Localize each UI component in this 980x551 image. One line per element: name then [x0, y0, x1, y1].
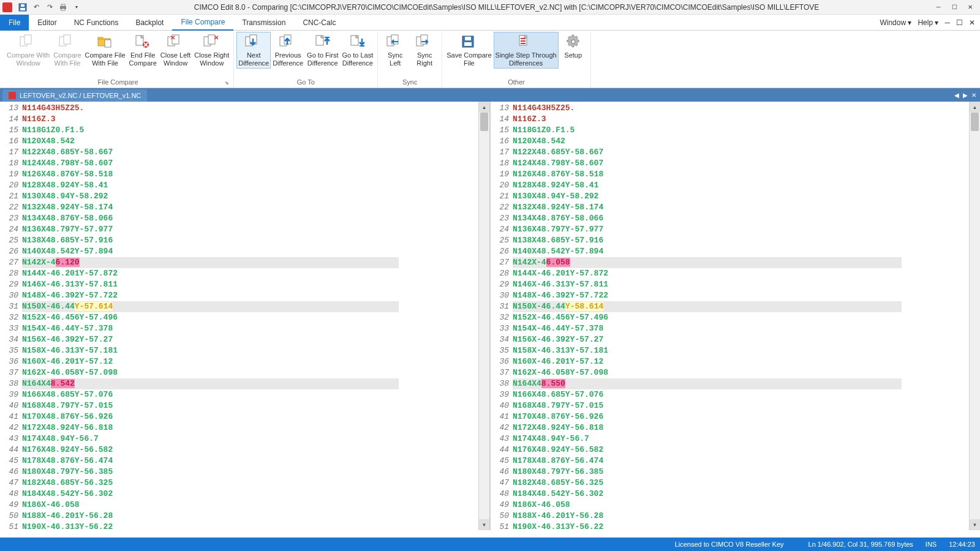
code-line[interactable]: N118G1Z0.F1.5 — [513, 125, 902, 136]
help-menu[interactable]: Help ▾ — [915, 18, 941, 27]
code-line[interactable]: N128X48.924Y-58.41 — [22, 180, 399, 191]
code-line[interactable]: N164X48.542 — [22, 378, 399, 389]
code-line[interactable]: N132X48.924Y-58.174 — [513, 202, 902, 213]
tab-transmission[interactable]: Transmission — [233, 15, 294, 31]
tab-prev-icon[interactable]: ◀ — [953, 92, 960, 99]
scroll-up-icon[interactable]: ▲ — [479, 102, 489, 113]
code-line[interactable]: N176X48.924Y-56.582 — [513, 444, 902, 455]
code-line[interactable]: N182X48.685Y-56.325 — [513, 478, 902, 489]
close-right-window-button[interactable]: ✕Close RightWindow — [192, 32, 231, 69]
code-line[interactable]: N166X48.685Y-57.076 — [513, 389, 902, 400]
code-line[interactable]: N160X-46.201Y-57.12 — [513, 356, 902, 367]
print-icon[interactable] — [58, 2, 69, 13]
save-icon[interactable] — [17, 2, 28, 13]
sync-left-button[interactable]: SyncLeft — [380, 32, 410, 69]
tab-close-icon[interactable]: ✕ — [970, 92, 978, 99]
code-line[interactable]: N128X48.924Y-58.41 — [513, 180, 902, 191]
code-line[interactable]: N174X48.94Y-56.7 — [22, 433, 399, 444]
tab-backplot[interactable]: Backplot — [127, 15, 172, 31]
code-line[interactable]: N148X-46.392Y-57.722 — [22, 290, 399, 301]
code-line[interactable]: N162X-46.058Y-57.098 — [513, 367, 902, 378]
scrollbar-left[interactable]: ▲ ▼ — [478, 102, 489, 530]
code-line[interactable]: N156X-46.392Y-57.27 — [22, 334, 399, 345]
code-line[interactable]: N134X48.876Y-58.066 — [22, 213, 399, 224]
code-line[interactable]: N124X48.798Y-58.607 — [22, 158, 399, 169]
scroll-down-icon[interactable]: ▼ — [479, 519, 489, 530]
ribbon-close-icon[interactable]: ✕ — [967, 18, 978, 27]
code-line[interactable]: N152X-46.456Y-57.496 — [22, 312, 399, 323]
code-line[interactable]: N188X-46.201Y-56.28 — [22, 511, 399, 522]
code-line[interactable]: N118G1Z0.F1.5 — [22, 125, 399, 136]
undo-icon[interactable]: ↶ — [31, 2, 42, 13]
code-right[interactable]: N114G43H5Z25.N116Z.3N118G1Z0.F1.5N120X48… — [513, 102, 902, 530]
code-line[interactable]: N186X-46.058 — [22, 500, 399, 511]
code-line[interactable]: N160X-46.201Y-57.12 — [22, 356, 399, 367]
code-line[interactable]: N168X48.797Y-57.015 — [22, 400, 399, 411]
code-line[interactable]: N166X48.685Y-57.076 — [22, 389, 399, 400]
code-line[interactable]: N120X48.542 — [22, 136, 399, 147]
scroll-down-icon[interactable]: ▼ — [970, 519, 980, 530]
go-to-first-difference-button[interactable]: Go to FirstDifference — [305, 32, 340, 69]
code-line[interactable]: N146X-46.313Y-57.811 — [513, 279, 902, 290]
code-line[interactable]: N158X-46.313Y-57.181 — [22, 345, 399, 356]
code-line[interactable]: N168X48.797Y-57.015 — [513, 400, 902, 411]
code-line[interactable]: N140X48.542Y-57.894 — [22, 246, 399, 257]
code-line[interactable]: N130X48.94Y-58.292 — [22, 191, 399, 202]
code-line[interactable]: N144X-46.201Y-57.872 — [513, 268, 902, 279]
document-tab[interactable]: LEFTOVER_v2.NC / LEFTOVER_v1.NC — [2, 89, 147, 102]
qat-dropdown-icon[interactable]: ▾ — [71, 2, 82, 13]
code-line[interactable]: N180X48.797Y-56.385 — [22, 467, 399, 478]
window-menu[interactable]: Window ▾ — [877, 18, 914, 27]
code-line[interactable]: N126X48.876Y-58.518 — [22, 169, 399, 180]
code-line[interactable]: N130X48.94Y-58.292 — [513, 191, 902, 202]
code-line[interactable]: N186X-46.058 — [513, 500, 902, 511]
code-line[interactable]: N114G43H5Z25. — [22, 103, 399, 114]
code-line[interactable]: N156X-46.392Y-57.27 — [513, 334, 902, 345]
tab-cnc-calc[interactable]: CNC-Calc — [294, 15, 344, 31]
code-line[interactable]: N172X48.924Y-56.818 — [513, 422, 902, 433]
code-line[interactable]: N126X48.876Y-58.518 — [513, 169, 902, 180]
tab-editor[interactable]: Editor — [29, 15, 65, 31]
code-line[interactable]: N138X48.685Y-57.916 — [513, 235, 902, 246]
code-line[interactable]: N162X-46.058Y-57.098 — [22, 367, 399, 378]
dialog-launcher-icon[interactable]: ⬊ — [224, 80, 230, 86]
code-line[interactable]: N170X48.876Y-56.926 — [22, 411, 399, 422]
code-line[interactable]: N136X48.797Y-57.977 — [22, 224, 399, 235]
code-line[interactable]: N142X-46.120 — [22, 257, 399, 268]
sync-right-button[interactable]: SyncRight — [410, 32, 439, 69]
code-line[interactable]: N134X48.876Y-58.066 — [513, 213, 902, 224]
code-line[interactable]: N176X48.924Y-56.582 — [22, 444, 399, 455]
code-line[interactable]: N178X48.876Y-56.474 — [513, 455, 902, 467]
tab-nc-functions[interactable]: NC Functions — [66, 15, 127, 31]
code-line[interactable]: N154X-46.44Y-57.378 — [513, 323, 902, 334]
code-line[interactable]: N170X48.876Y-56.926 — [513, 411, 902, 422]
code-line[interactable]: N154X-46.44Y-57.378 — [22, 323, 399, 334]
code-line[interactable]: N116Z.3 — [513, 114, 902, 125]
code-line[interactable]: N184X48.542Y-56.302 — [513, 489, 902, 500]
ribbon-restore-icon[interactable]: ☐ — [954, 18, 965, 27]
code-line[interactable]: N140X48.542Y-57.894 — [513, 246, 902, 257]
scroll-up-icon[interactable]: ▲ — [970, 102, 980, 113]
code-line[interactable]: N136X48.797Y-57.977 — [513, 224, 902, 235]
code-left[interactable]: N114G43H5Z25.N116Z.3N118G1Z0.F1.5N120X48… — [22, 102, 399, 530]
code-line[interactable]: N116Z.3 — [22, 114, 399, 125]
minimize-button[interactable]: ─ — [931, 2, 946, 13]
scrollbar-right[interactable]: ▲ ▼ — [969, 102, 980, 530]
compare-file-with-file-button[interactable]: Compare FileWith File — [83, 32, 127, 69]
end-file-compare-button[interactable]: End FileCompare — [127, 32, 159, 69]
scroll-thumb[interactable] — [971, 113, 979, 131]
code-line[interactable]: N174X48.94Y-56.7 — [513, 433, 902, 444]
scroll-thumb[interactable] — [480, 113, 488, 131]
code-line[interactable]: N138X48.685Y-57.916 — [22, 235, 399, 246]
code-line[interactable]: N188X-46.201Y-56.28 — [513, 511, 902, 522]
go-to-last-difference-button[interactable]: Go to LastDifference — [340, 32, 375, 69]
tab-next-icon[interactable]: ▶ — [962, 92, 969, 99]
code-line[interactable]: N164X48.550 — [513, 378, 902, 389]
code-line[interactable]: N190X-46.313Y-56.22 — [22, 522, 399, 530]
code-line[interactable]: N158X-46.313Y-57.181 — [513, 345, 902, 356]
redo-icon[interactable]: ↷ — [44, 2, 55, 13]
file-menu[interactable]: File — [0, 15, 29, 31]
single-step-through-differences-button[interactable]: Single Step ThroughDifferences — [494, 32, 559, 69]
code-line[interactable]: N120X48.542 — [513, 136, 902, 147]
close-button[interactable]: ✕ — [963, 2, 978, 13]
